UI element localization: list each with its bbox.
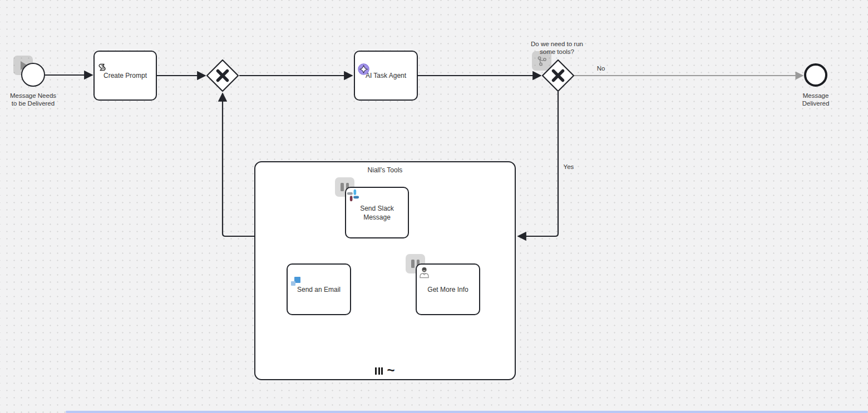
task-send-email[interactable]: Send an Email <box>287 263 351 315</box>
task-send-email-label: Send an Email <box>297 285 341 294</box>
script-icon <box>97 54 107 74</box>
slack-icon <box>347 189 359 204</box>
task-send-slack-label: Send Slack Message <box>360 204 394 222</box>
task-ai-agent-label: AI Task Agent <box>366 71 406 80</box>
gateway-exclusive-1[interactable] <box>205 58 240 93</box>
flow-yes-gateway2-to-subprocess[interactable] <box>518 92 558 236</box>
task-create-prompt-label: Create Prompt <box>103 71 147 80</box>
flow-no-label[interactable]: No <box>594 64 608 72</box>
gateway-exclusive-2[interactable] <box>541 58 575 93</box>
task-get-more-info-label: Get More Info <box>427 285 468 294</box>
horizontal-scrollbar[interactable] <box>66 411 868 413</box>
start-event-label[interactable]: Message Needs to be Delivered <box>0 92 66 107</box>
task-create-prompt[interactable]: Create Prompt <box>93 51 157 101</box>
ai-sparkle-icon <box>358 54 369 77</box>
end-event[interactable] <box>804 63 827 87</box>
user-icon <box>418 266 431 281</box>
start-event[interactable] <box>21 63 45 87</box>
flow-subprocess-back-to-gateway1[interactable] <box>223 93 254 236</box>
gateway2-question-label[interactable]: Do we need to run some tools? <box>518 40 596 56</box>
task-ai-agent[interactable]: AI Task Agent <box>354 51 418 101</box>
end-event-label[interactable]: Message Delivered <box>788 92 844 107</box>
flow-yes-label[interactable]: Yes <box>561 163 576 171</box>
bpmn-canvas[interactable]: Message Needs to be Delivered Create Pro… <box>0 0 868 413</box>
